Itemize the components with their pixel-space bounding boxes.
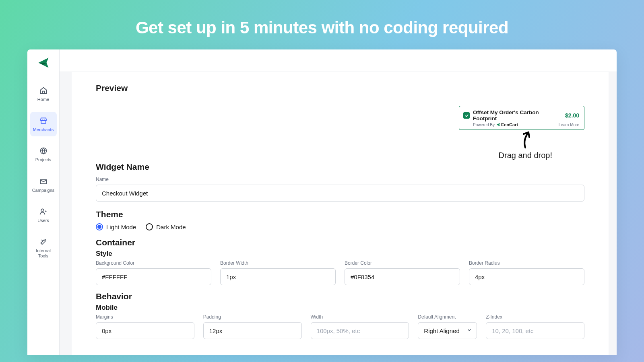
sidebar-label: Home xyxy=(37,97,49,102)
bg-color-field[interactable] xyxy=(96,268,211,285)
sidebar-item-merchants[interactable]: Merchants xyxy=(30,112,57,136)
topbar xyxy=(60,49,617,72)
app-logo xyxy=(37,57,50,69)
preview-area: Offset My Order's Carbon Footprint $2.00… xyxy=(96,98,584,162)
main-area: Preview Offset My Order's Carbon Footpri… xyxy=(60,49,617,355)
sidebar: Home Merchants Projects Campaigns Users xyxy=(27,49,60,355)
sidebar-item-projects[interactable]: Projects xyxy=(30,142,57,167)
border-color-label: Border Color xyxy=(345,260,460,266)
widget-name-heading: Widget Name xyxy=(96,162,584,172)
svg-point-2 xyxy=(41,209,44,212)
padding-label: Padding xyxy=(203,314,302,320)
theme-heading: Theme xyxy=(96,210,584,219)
theme-dark-radio[interactable]: Dark Mode xyxy=(146,223,186,230)
behavior-heading: Behavior xyxy=(96,292,584,301)
drag-hint: Drag and drop! xyxy=(499,130,552,160)
users-icon xyxy=(39,208,47,216)
theme-light-radio[interactable]: Light Mode xyxy=(96,223,136,230)
hero-title: Get set up in 5 minutes with no coding r… xyxy=(0,0,644,49)
margins-label: Margins xyxy=(96,314,194,320)
border-width-field[interactable] xyxy=(220,268,336,285)
alignment-label: Default Alignment xyxy=(418,314,477,320)
border-radius-field[interactable] xyxy=(469,268,584,285)
name-field[interactable] xyxy=(96,185,584,202)
style-heading: Style xyxy=(96,250,584,258)
sidebar-label: Internal Tools xyxy=(32,248,55,259)
radio-label: Light Mode xyxy=(106,224,136,230)
bg-color-label: Background Color xyxy=(96,260,211,266)
widget-preview[interactable]: Offset My Order's Carbon Footprint $2.00… xyxy=(459,106,584,130)
radio-icon xyxy=(146,223,153,230)
sidebar-label: Projects xyxy=(35,157,52,162)
sidebar-item-users[interactable]: Users xyxy=(30,203,57,227)
widget-price: $2.00 xyxy=(565,112,579,119)
container-heading: Container xyxy=(96,238,584,247)
sidebar-label: Merchants xyxy=(33,127,54,132)
arrow-up-icon xyxy=(517,130,533,149)
border-radius-label: Border Radius xyxy=(469,260,584,266)
zindex-label: Z-Index xyxy=(486,314,584,320)
padding-field[interactable] xyxy=(203,322,302,339)
sidebar-label: Campaigns xyxy=(32,188,55,193)
sidebar-item-internal-tools[interactable]: Internal Tools xyxy=(30,233,57,263)
powered-by: Powered By EcoCart xyxy=(473,122,518,127)
globe-icon xyxy=(39,147,47,155)
margins-field[interactable] xyxy=(96,322,194,339)
mobile-heading: Mobile xyxy=(96,304,584,312)
radio-label: Dark Mode xyxy=(156,224,186,230)
width-label: Width xyxy=(311,314,409,320)
app-window: Home Merchants Projects Campaigns Users xyxy=(27,49,617,355)
name-label: Name xyxy=(96,177,584,182)
sidebar-item-home[interactable]: Home xyxy=(30,82,57,106)
widget-text: Offset My Order's Carbon Footprint xyxy=(473,109,562,121)
width-field[interactable] xyxy=(311,322,409,339)
drag-hint-text: Drag and drop! xyxy=(499,151,552,160)
offset-checkbox[interactable] xyxy=(463,112,470,119)
home-icon xyxy=(39,86,47,95)
border-color-field[interactable] xyxy=(345,268,460,285)
zindex-field[interactable] xyxy=(486,322,584,339)
storefront-icon xyxy=(39,117,47,125)
sidebar-label: Users xyxy=(37,218,49,223)
mail-icon xyxy=(39,177,47,185)
sidebar-item-campaigns[interactable]: Campaigns xyxy=(30,173,57,197)
content: Preview Offset My Order's Carbon Footpri… xyxy=(72,72,609,355)
border-width-label: Border Width xyxy=(220,260,336,266)
alignment-select[interactable] xyxy=(418,322,477,339)
learn-more-link[interactable]: Learn More xyxy=(559,123,579,127)
preview-heading: Preview xyxy=(96,83,584,93)
tools-icon xyxy=(39,238,47,246)
radio-icon xyxy=(96,223,103,230)
